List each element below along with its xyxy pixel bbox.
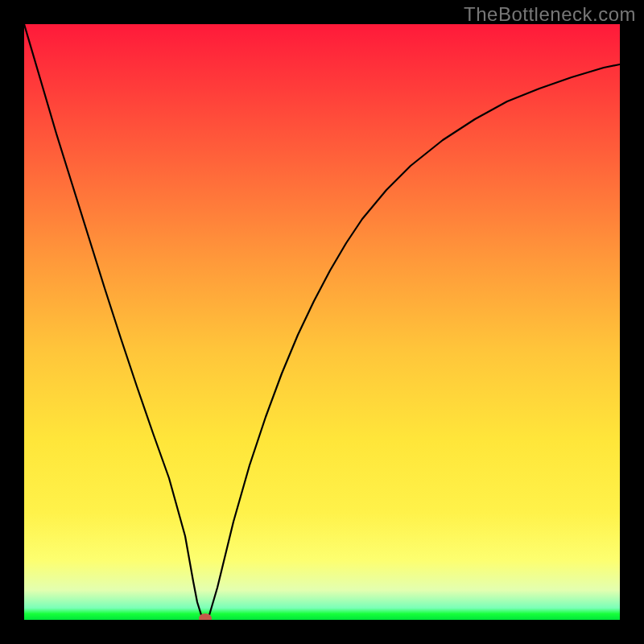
plot-area [24, 24, 620, 620]
watermark-text: TheBottleneck.com [464, 3, 636, 26]
bottleneck-curve [24, 24, 620, 618]
plot-svg [24, 24, 620, 620]
chart-frame: TheBottleneck.com [0, 0, 644, 644]
